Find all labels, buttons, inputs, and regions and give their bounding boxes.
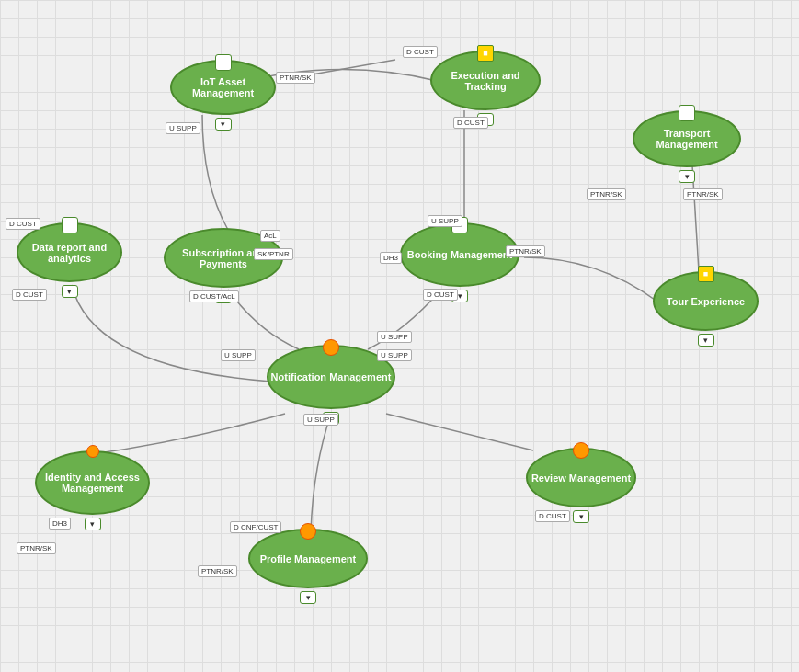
tag-dcust-execution-top: D CUST [403, 46, 438, 58]
tag-skptnr-subscription: SK/PTNR [254, 248, 293, 260]
tag-dcust-data-top: D CUST [6, 218, 40, 230]
tag-usupp-notif-bot: U SUPP [303, 414, 338, 426]
node-identity[interactable]: Identity and Access Management ▾ DH3 PTN… [35, 450, 150, 530]
label-identity: Identity and Access Management [37, 472, 148, 494]
label-iot: IoT Asset Management [172, 76, 274, 98]
tag-ptnrsk-identity: PTNR/SK [17, 542, 56, 554]
icon-triangle-transport: ▲ [679, 105, 695, 121]
icon-circle-review [573, 442, 589, 459]
icon-circle-profile [300, 523, 316, 540]
ellipse-profile[interactable]: Profile Management [248, 529, 368, 588]
ellipse-transport[interactable]: ▲ Transport Management [633, 110, 741, 167]
tag-ptnrsk-transport: PTNR/SK [683, 188, 723, 200]
tag-ptnrsk-transport2: PTNR/SK [587, 188, 626, 200]
diagram-canvas: ▲ IoT Asset Management ▾ U SUPP PTNR/SK … [0, 0, 799, 672]
node-transport[interactable]: ▲ Transport Management ▾ PTNR/SK PTNR/SK [633, 110, 741, 183]
tag-dcust-data-bot: D CUST [12, 289, 47, 301]
ellipse-booking[interactable]: ▲ Booking Management [400, 222, 519, 287]
node-iot[interactable]: ▲ IoT Asset Management ▾ U SUPP [170, 60, 276, 131]
tag-ptnrsk-1: PTNR/SK [276, 72, 315, 84]
label-transport: Transport Management [634, 128, 739, 150]
tag-dh3-booking: DH3 [380, 252, 402, 264]
label-profile: Profile Management [260, 553, 357, 564]
collapse-data[interactable]: ▾ [62, 285, 78, 298]
icon-square-tour: ■ [698, 266, 714, 282]
node-profile[interactable]: Profile Management ▾ D CNF/CUST PTNR/SK [248, 529, 368, 604]
collapse-profile[interactable]: ▾ [300, 591, 316, 604]
icon-triangle-iot: ▲ [215, 54, 232, 71]
tag-dcust-execution-bot: D CUST [453, 117, 488, 129]
node-notification[interactable]: Notification Management ▾ U SUPP U SUPP … [267, 345, 395, 425]
tag-usupp-booking: U SUPP [428, 215, 462, 227]
label-notification: Notification Management [271, 371, 392, 382]
collapse-review[interactable]: ▾ [573, 510, 589, 523]
tag-usupp-iot: U SUPP [166, 122, 200, 134]
ellipse-tour[interactable]: ■ Tour Experience [653, 271, 759, 331]
tag-usupp-notif-right1: U SUPP [377, 331, 412, 343]
node-review[interactable]: Review Management ▾ D CUST [526, 448, 636, 523]
tag-ptnrsk-booking: PTNR/SK [506, 245, 545, 257]
node-data[interactable]: ▲ Data report and analytics ▾ D CUST D C… [17, 222, 122, 298]
ellipse-review[interactable]: Review Management [526, 448, 636, 507]
node-execution[interactable]: ■ Execution and Tracking ▾ D CUST D CUST [430, 51, 541, 126]
label-review: Review Management [531, 473, 631, 484]
tag-usupp-notif-left: U SUPP [221, 349, 256, 361]
ellipse-identity[interactable]: Identity and Access Management [35, 450, 150, 515]
tag-dcust-acl-subscription: D CUST/AcL [189, 290, 239, 302]
tag-dh3-identity: DH3 [49, 518, 71, 530]
ellipse-notification[interactable]: Notification Management [267, 345, 395, 409]
label-tour: Tour Experience [667, 296, 745, 307]
label-execution: Execution and Tracking [432, 70, 539, 92]
icon-circle-notification [323, 339, 339, 356]
collapse-transport[interactable]: ▾ [679, 170, 695, 183]
tag-usupp-notif-right2: U SUPP [377, 349, 412, 361]
icon-circle-identity [86, 445, 99, 458]
ellipse-iot[interactable]: ▲ IoT Asset Management [170, 60, 276, 115]
node-booking[interactable]: ▲ Booking Management ▾ U SUPP DH3 D CUST… [400, 222, 519, 302]
icon-square-execution: ■ [477, 45, 494, 62]
tag-ptnrsk-profile: PTNR/SK [198, 565, 237, 577]
collapse-identity[interactable]: ▾ [85, 518, 101, 530]
label-booking: Booking Management [407, 249, 512, 260]
icon-triangle-data: ▲ [62, 217, 78, 233]
ellipse-data[interactable]: ▲ Data report and analytics [17, 222, 122, 282]
label-data: Data report and analytics [18, 242, 120, 264]
tag-dcust-review: D CUST [535, 510, 570, 522]
tag-dcust-booking: D CUST [423, 289, 458, 301]
node-subscription[interactable]: Subscription and Payments ▾ AcL SK/PTNR … [164, 228, 283, 303]
tag-acl-subscription: AcL [260, 230, 280, 242]
collapse-tour[interactable]: ▾ [698, 334, 714, 347]
collapse-iot[interactable]: ▾ [215, 118, 232, 131]
ellipse-execution[interactable]: ■ Execution and Tracking [430, 51, 541, 110]
node-tour[interactable]: ■ Tour Experience ▾ [653, 271, 759, 347]
tag-dcnf-profile: D CNF/CUST [230, 521, 281, 533]
